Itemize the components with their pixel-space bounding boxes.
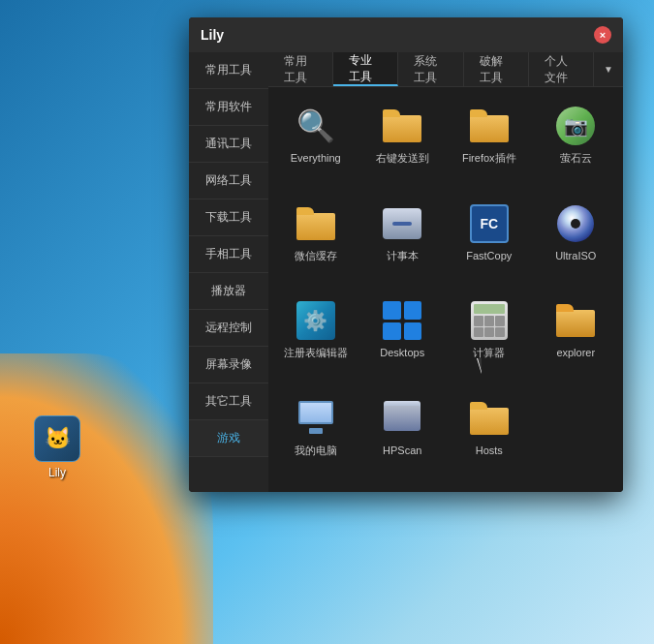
icon-hosts[interactable]: Hosts <box>446 387 533 485</box>
icon-firefox-plugin[interactable]: Firefox插件 <box>446 95 533 193</box>
stand <box>309 428 323 434</box>
desktops-label: Desktops <box>380 346 424 359</box>
search-icon: 🔍 <box>296 107 335 144</box>
sidebar-item-games[interactable]: 游戏 <box>189 420 268 457</box>
hpscan-label: HPScan <box>383 444 421 457</box>
hosts-icon-img <box>468 397 511 440</box>
icon-wechat-cache[interactable]: 微信缓存 <box>272 193 359 291</box>
calc-btn-2 <box>484 316 494 326</box>
desktops-sq1 <box>383 301 401 320</box>
sidebar-item-network-tools[interactable]: 网络工具 <box>189 163 268 199</box>
desktops-icon-img <box>381 299 423 342</box>
icon-calculator[interactable]: 计算器 <box>446 290 533 387</box>
desktops-icon <box>383 301 421 340</box>
calc-screen <box>474 304 505 314</box>
lily-icon-box: 🐱 <box>34 415 80 462</box>
my-computer-icon-img <box>295 397 337 440</box>
firefox-plugin-label: Firefox插件 <box>462 151 516 165</box>
cam-icon: 📷 <box>556 107 595 145</box>
icon-desktops[interactable]: Desktops <box>359 290 447 387</box>
icons-grid: 🔍 Everything 右键发送到 <box>268 87 623 492</box>
close-button[interactable]: × <box>594 26 611 44</box>
tab-dropdown-arrow[interactable]: ▼ <box>594 64 623 75</box>
tab-personal-files[interactable]: 个人文件 <box>529 52 594 86</box>
icon-hpscan[interactable]: HPScan <box>359 387 447 485</box>
explorer-folder-icon <box>556 304 595 337</box>
reg-editor-label: 注册表编辑器 <box>284 346 348 359</box>
icon-everything[interactable]: 🔍 Everything <box>272 95 359 193</box>
desktops-sq3 <box>383 322 401 341</box>
desktop: 🐱 Lily Lily × 常用工具 常用软件 通讯工具 网络工具 下载工具 手… <box>0 0 654 644</box>
sidebar-item-other-tools[interactable]: 其它工具 <box>189 383 268 420</box>
main-window: Lily × 常用工具 常用软件 通讯工具 网络工具 下载工具 手相工具 播放器… <box>189 17 623 492</box>
icon-fastcopy[interactable]: FC FastCopy <box>446 193 533 291</box>
sidebar-item-download-tools[interactable]: 下载工具 <box>189 199 268 236</box>
icon-yingshiyun[interactable]: 📷 萤石云 <box>533 95 620 193</box>
folder-icon-2 <box>470 109 509 142</box>
calculator-icon-img <box>468 299 511 342</box>
sidebar-item-remote-control[interactable]: 远程控制 <box>189 310 268 347</box>
right-click-send-icon-img <box>381 105 423 147</box>
folder-icon-3 <box>296 207 335 240</box>
hpscan-icon-img <box>381 397 423 440</box>
monitor <box>298 401 333 424</box>
tab-common-tools[interactable]: 常用工具 <box>268 52 333 86</box>
reg-editor-icon-img: ⚙️ <box>295 299 337 342</box>
hosts-label: Hosts <box>476 444 503 457</box>
sidebar-item-screen-recording[interactable]: 屏幕录像 <box>189 347 268 383</box>
icon-reg-editor[interactable]: ⚙️ 注册表编辑器 <box>272 290 359 387</box>
yingshiyun-icon-img: 📷 <box>554 105 597 147</box>
hosts-folder-icon <box>470 402 509 435</box>
icon-ultraiso[interactable]: UltraISO <box>533 193 620 291</box>
explorer-icon-img <box>554 299 597 342</box>
calc-btn-4 <box>474 327 483 338</box>
calc-icon <box>471 301 508 340</box>
everything-label: Everything <box>291 151 341 165</box>
desktop-lily-icon[interactable]: 🐱 Lily <box>34 415 80 479</box>
fastcopy-icon-img: FC <box>468 202 511 245</box>
ultraiso-icon-img <box>554 202 597 245</box>
my-computer-label: 我的电脑 <box>295 444 337 457</box>
pc-icon <box>296 401 335 436</box>
tab-hack-tools[interactable]: 破解工具 <box>464 52 529 86</box>
icon-right-click-send[interactable]: 右键发送到 <box>359 95 447 193</box>
cd-icon <box>557 205 594 242</box>
calc-btn-6 <box>495 327 505 338</box>
scanner-body <box>384 406 420 431</box>
calc-btn-3 <box>495 316 505 326</box>
ultraiso-label: UltraISO <box>555 249 596 262</box>
everything-icon-img: 🔍 <box>295 105 337 147</box>
notebook-label: 计事本 <box>387 249 419 262</box>
calculator-label: 计算器 <box>473 346 505 359</box>
sidebar-item-palmistry-tools[interactable]: 手相工具 <box>189 236 268 273</box>
tab-pro-tools[interactable]: 专业工具 <box>333 52 398 86</box>
window-title: Lily <box>201 27 594 43</box>
content-area: 常用工具 专业工具 系统工具 破解工具 个人文件 ▼ 🔍 Everything <box>268 52 623 492</box>
sidebar: 常用工具 常用软件 通讯工具 网络工具 下载工具 手相工具 播放器 远程控制 屏… <box>189 52 268 492</box>
lily-icon-label: Lily <box>48 466 66 479</box>
reg-icon: ⚙️ <box>296 301 335 340</box>
sidebar-item-player[interactable]: 播放器 <box>189 273 268 310</box>
yingshiyun-label: 萤石云 <box>560 151 592 165</box>
calc-btn-1 <box>474 316 483 326</box>
explorer-label: explorer <box>556 346 595 359</box>
wechat-cache-label: 微信缓存 <box>295 249 337 262</box>
notebook-icon-img <box>381 202 423 245</box>
fastcopy-label: FastCopy <box>466 249 512 262</box>
sidebar-item-common-tools[interactable]: 常用工具 <box>189 52 268 89</box>
firefox-plugin-icon-img <box>468 105 511 147</box>
icon-my-computer[interactable]: 我的电脑 <box>272 387 359 485</box>
sidebar-item-comm-tools[interactable]: 通讯工具 <box>189 126 268 163</box>
lily-icon-symbol: 🐱 <box>45 426 71 451</box>
folder-icon <box>383 109 421 142</box>
fc-icon: FC <box>470 204 509 243</box>
desktops-sq4 <box>404 322 422 341</box>
sidebar-item-common-software[interactable]: 常用软件 <box>189 89 268 126</box>
tab-sys-tools[interactable]: 系统工具 <box>398 52 463 86</box>
icon-notebook[interactable]: 计事本 <box>359 193 447 291</box>
window-body: 常用工具 常用软件 通讯工具 网络工具 下载工具 手相工具 播放器 远程控制 屏… <box>189 52 623 492</box>
desktops-sq2 <box>404 301 422 320</box>
wechat-cache-icon-img <box>295 202 337 245</box>
hpscan-scanner-icon <box>383 401 421 436</box>
icon-explorer[interactable]: explorer <box>533 290 620 387</box>
